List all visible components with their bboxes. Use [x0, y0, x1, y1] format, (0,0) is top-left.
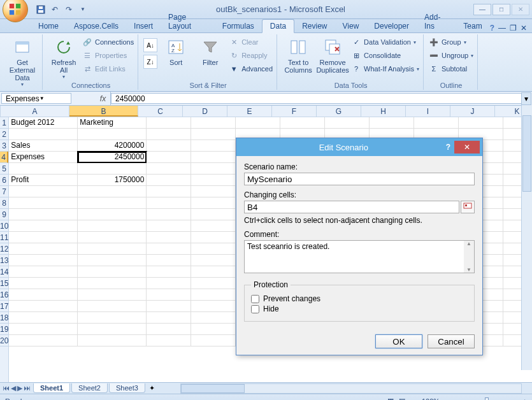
new-sheet-icon[interactable]: ✦ — [149, 384, 155, 392]
tab-home[interactable]: Home — [31, 20, 66, 32]
sheet-tab-2[interactable]: Sheet2 — [71, 383, 108, 393]
connections-button[interactable]: 🔗Connections — [82, 36, 134, 48]
range-picker-button[interactable] — [461, 201, 475, 213]
dialog-titlebar[interactable]: Edit Scenario ? ✕ — [236, 138, 482, 156]
tab-insert[interactable]: Insert — [126, 20, 161, 32]
row-header-14[interactable]: 14 — [0, 266, 8, 278]
cell-D11[interactable] — [191, 232, 236, 243]
comment-textarea[interactable] — [244, 240, 475, 273]
cell-A17[interactable] — [9, 301, 78, 312]
cell-A19[interactable] — [9, 324, 78, 335]
group-button[interactable]: ➕Group — [429, 36, 473, 48]
cell-C8[interactable] — [147, 197, 191, 209]
cell-B18[interactable] — [78, 312, 147, 324]
col-header-E[interactable]: E — [227, 106, 272, 117]
zoom-level[interactable]: 100% — [422, 397, 440, 401]
cell-B2[interactable] — [78, 129, 147, 140]
cell-C9[interactable] — [147, 209, 191, 220]
cell-D19[interactable] — [191, 324, 236, 335]
cell-C6[interactable] — [147, 175, 191, 186]
cell-A12[interactable] — [9, 243, 78, 255]
cell-A16[interactable] — [9, 289, 78, 301]
row-header-1[interactable]: 1 — [0, 117, 8, 129]
edit-links-button[interactable]: ⇄Edit Links — [82, 62, 134, 75]
cell-B20[interactable] — [78, 335, 147, 346]
tab-developer[interactable]: Developer — [366, 20, 417, 32]
close-button[interactable]: ✕ — [512, 4, 529, 15]
cell-B3[interactable]: 4200000 — [78, 140, 147, 152]
cell-C13[interactable] — [147, 255, 191, 266]
cell-C11[interactable] — [147, 232, 191, 243]
sort-asc-button[interactable]: A↓ — [143, 38, 157, 52]
cell-B4[interactable]: 2450000 — [78, 152, 147, 163]
cell-B15[interactable] — [78, 278, 147, 289]
dialog-help-icon[interactable]: ? — [446, 143, 450, 152]
col-header-D[interactable]: D — [183, 106, 227, 117]
formula-expand-icon[interactable]: ▾ — [521, 92, 531, 105]
advanced-button[interactable]: ▼Advanced — [229, 62, 273, 75]
cell-F1[interactable] — [280, 117, 325, 129]
cell-B13[interactable] — [78, 255, 147, 266]
subtotal-button[interactable]: ΣSubtotal — [429, 62, 473, 75]
row-header-15[interactable]: 15 — [0, 278, 8, 289]
data-validation-button[interactable]: ✓Data Validation — [351, 36, 419, 48]
tab-view[interactable]: View — [335, 20, 367, 32]
row-header-17[interactable]: 17 — [0, 301, 8, 312]
row-header-8[interactable]: 8 — [0, 197, 8, 209]
cell-A2[interactable] — [9, 129, 78, 140]
col-header-H[interactable]: H — [361, 106, 406, 117]
cell-C20[interactable] — [147, 335, 191, 346]
tab-pagelayout[interactable]: Page Layout — [161, 11, 215, 32]
cell-C12[interactable] — [147, 243, 191, 255]
tab-data[interactable]: Data — [262, 19, 294, 33]
col-header-J[interactable]: J — [450, 106, 495, 117]
cell-D1[interactable] — [191, 117, 236, 129]
cell-D15[interactable] — [191, 278, 236, 289]
cell-B12[interactable] — [78, 243, 147, 255]
cell-A4[interactable]: Expenses — [9, 152, 78, 163]
cell-B10[interactable] — [78, 220, 147, 232]
ungroup-button[interactable]: ➖Ungroup — [429, 49, 473, 62]
view-layout-icon[interactable]: ▤ — [399, 397, 405, 400]
row-header-20[interactable]: 20 — [0, 335, 8, 346]
cell-B16[interactable] — [78, 289, 147, 301]
cell-A1[interactable]: Budget 2012 — [9, 117, 78, 129]
cell-D3[interactable] — [191, 140, 236, 152]
cell-D5[interactable] — [191, 163, 236, 175]
cell-D7[interactable] — [191, 186, 236, 197]
tab-addins[interactable]: Add-Ins — [417, 11, 456, 32]
name-box[interactable]: Expenses▼ — [1, 93, 71, 104]
cell-C17[interactable] — [147, 301, 191, 312]
redo-icon[interactable]: ↷ — [64, 4, 74, 15]
cell-G1[interactable] — [325, 117, 370, 129]
cell-B9[interactable] — [78, 209, 147, 220]
cell-C4[interactable] — [147, 152, 191, 163]
cell-D8[interactable] — [191, 197, 236, 209]
cancel-button[interactable]: Cancel — [428, 334, 475, 348]
cell-A15[interactable] — [9, 278, 78, 289]
hide-checkbox[interactable] — [251, 305, 259, 313]
changing-cells-input[interactable] — [244, 201, 459, 213]
row-header-9[interactable]: 9 — [0, 209, 8, 220]
cell-A7[interactable] — [9, 186, 78, 197]
col-header-A[interactable]: A — [1, 106, 69, 117]
cell-I1[interactable] — [414, 117, 459, 129]
cell-D14[interactable] — [191, 266, 236, 278]
row-header-4[interactable]: 4 — [0, 152, 8, 163]
cell-A13[interactable] — [9, 255, 78, 266]
cell-B11[interactable] — [78, 232, 147, 243]
zoom-handle[interactable] — [485, 397, 489, 401]
col-header-B[interactable]: B — [69, 106, 138, 117]
cell-A18[interactable] — [9, 312, 78, 324]
sheet-prev-icon[interactable]: ◀ — [11, 384, 16, 392]
dialog-close-button[interactable]: ✕ — [454, 141, 480, 154]
mdi-close-icon[interactable]: ✕ — [521, 24, 527, 32]
cell-A10[interactable] — [9, 220, 78, 232]
cell-H1[interactable] — [370, 117, 414, 129]
vscroll-thumb[interactable] — [522, 115, 531, 192]
help-icon[interactable]: ? — [490, 24, 494, 32]
tab-team[interactable]: Team — [456, 20, 489, 32]
get-external-data-button[interactable]: Get External Data — [6, 36, 38, 87]
cell-B19[interactable] — [78, 324, 147, 335]
cell-D6[interactable] — [191, 175, 236, 186]
